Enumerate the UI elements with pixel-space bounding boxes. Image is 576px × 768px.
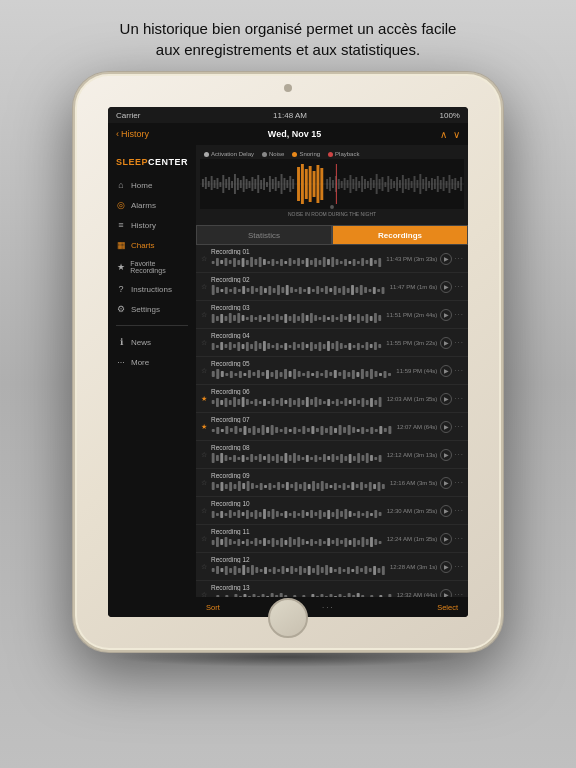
svg-rect-472 (306, 512, 309, 516)
recording-item[interactable]: ☆ Recording 02 11:47 PM (1m 6s) ▶ ··· (196, 273, 468, 301)
sidebar-item-settings[interactable]: ⚙ Settings (108, 299, 196, 319)
play-button[interactable]: ▶ (440, 365, 452, 377)
play-button[interactable]: ▶ (440, 477, 452, 489)
svg-rect-60 (382, 177, 384, 191)
svg-rect-490 (212, 540, 215, 545)
sidebar-item-favorites[interactable]: ★ Favorite Recordings (108, 255, 196, 279)
tab-statistics[interactable]: Statistics (196, 225, 332, 245)
svg-rect-4 (208, 181, 210, 187)
recording-item[interactable]: ☆ Recording 03 11:51 PM (2m 44s) ▶ ··· (196, 301, 468, 329)
recording-item[interactable]: ☆ Recording 09 12:16 AM (3m 5s) ▶ ··· (196, 469, 468, 497)
play-button[interactable]: ▶ (440, 309, 452, 321)
star-toggle[interactable]: ☆ (200, 451, 208, 459)
svg-rect-381 (259, 454, 262, 462)
svg-rect-323 (353, 398, 356, 406)
more-button[interactable]: ··· (454, 310, 464, 319)
gear-icon: ⚙ (116, 304, 126, 314)
nav-up-button[interactable]: ∧ (440, 129, 447, 140)
recording-item[interactable]: ★ Recording 07 12:07 AM (64s) ▶ ··· (196, 413, 468, 441)
svg-rect-474 (314, 512, 317, 516)
more-button[interactable]: ··· (454, 338, 464, 347)
svg-rect-344 (275, 427, 278, 433)
svg-rect-221 (259, 343, 262, 349)
sidebar-item-charts[interactable]: ▦ Charts (108, 235, 196, 255)
star-toggle[interactable]: ★ (200, 395, 208, 403)
more-button[interactable]: ··· (454, 590, 464, 597)
tab-recordings-label: Recordings (378, 231, 422, 240)
more-button[interactable]: ··· (454, 366, 464, 375)
star-toggle[interactable]: ☆ (200, 283, 208, 291)
svg-rect-427 (286, 482, 289, 490)
sidebar-item-more[interactable]: ··· More (108, 352, 196, 372)
recording-item[interactable]: ☆ Recording 11 12:24 AM (1m 35s) ▶ ··· (196, 525, 468, 553)
star-toggle[interactable]: ☆ (200, 479, 208, 487)
sidebar-item-history[interactable]: ≡ History (108, 215, 196, 235)
star-toggle[interactable]: ☆ (200, 507, 208, 515)
svg-rect-24 (266, 182, 268, 187)
recording-item[interactable]: ☆ Recording 08 12:12 AM (3m 13s) ▶ ··· (196, 441, 468, 469)
svg-rect-377 (242, 455, 245, 462)
svg-rect-562 (351, 569, 354, 572)
star-toggle[interactable]: ☆ (200, 563, 208, 571)
recording-item[interactable]: ☆ Recording 01 11:43 PM (3m 33s) ▶ ··· (196, 245, 468, 273)
svg-rect-227 (284, 343, 287, 350)
play-button[interactable]: ▶ (440, 421, 452, 433)
more-button[interactable]: ··· (454, 478, 464, 487)
svg-rect-95 (233, 258, 236, 267)
more-options-button[interactable]: ··· (322, 603, 335, 612)
more-button[interactable]: ··· (454, 534, 464, 543)
more-button[interactable]: ··· (454, 450, 464, 459)
play-button[interactable]: ▶ (440, 533, 452, 545)
play-button[interactable]: ▶ (440, 505, 452, 517)
play-button[interactable]: ▶ (440, 253, 452, 265)
recording-item[interactable]: ☆ Recording 13 12:32 AM (44s) ▶ ··· (196, 581, 468, 597)
play-button[interactable]: ▶ (440, 561, 452, 573)
svg-rect-175 (233, 315, 236, 321)
svg-rect-526 (366, 539, 369, 545)
play-button[interactable]: ▶ (440, 393, 452, 405)
star-toggle[interactable]: ☆ (200, 535, 208, 543)
star-toggle[interactable]: ☆ (200, 339, 208, 347)
star-toggle[interactable]: ☆ (200, 311, 208, 319)
play-button[interactable]: ▶ (440, 337, 452, 349)
recording-item[interactable]: ☆ Recording 05 11:59 PM (44s) ▶ ··· (196, 357, 468, 385)
svg-rect-206 (365, 314, 368, 323)
star-toggle[interactable]: ☆ (200, 367, 208, 375)
svg-rect-184 (272, 316, 275, 320)
sidebar-item-alarms[interactable]: ◎ Alarms (108, 195, 196, 215)
more-icon: ··· (116, 357, 126, 367)
more-button[interactable]: ··· (454, 506, 464, 515)
play-button[interactable]: ▶ (440, 281, 452, 293)
back-button[interactable]: ‹ History (116, 129, 149, 139)
svg-rect-219 (250, 344, 253, 349)
sidebar-item-home[interactable]: ⌂ Home (108, 175, 196, 195)
svg-rect-423 (268, 483, 271, 490)
recording-item[interactable]: ☆ Recording 10 12:30 AM (3m 35s) ▶ ··· (196, 497, 468, 525)
more-button[interactable]: ··· (454, 394, 464, 403)
sort-button[interactable]: Sort (206, 603, 220, 612)
rec-time: 11:55 PM (3m 22s) (386, 340, 437, 346)
recording-item[interactable]: ☆ Recording 12 12:28 AM (3m 1s) ▶ ··· (196, 553, 468, 581)
svg-rect-597 (334, 596, 337, 597)
more-button[interactable]: ··· (454, 282, 464, 291)
recordings-list: ☆ Recording 01 11:43 PM (3m 33s) ▶ ··· ☆… (196, 245, 468, 597)
svg-rect-59 (379, 179, 381, 189)
sidebar-item-instructions[interactable]: ? Instructions (108, 279, 196, 299)
svg-rect-498 (246, 539, 249, 546)
more-button[interactable]: ··· (454, 562, 464, 571)
star-toggle[interactable]: ☆ (200, 255, 208, 263)
more-button[interactable]: ··· (454, 254, 464, 263)
tab-recordings[interactable]: Recordings (332, 225, 468, 245)
more-button[interactable]: ··· (454, 422, 464, 431)
nav-down-button[interactable]: ∨ (453, 129, 460, 140)
sidebar-item-news[interactable]: ℹ News (108, 332, 196, 352)
svg-rect-67 (402, 175, 404, 193)
recording-item[interactable]: ☆ Recording 04 11:55 PM (3m 22s) ▶ ··· (196, 329, 468, 357)
play-button[interactable]: ▶ (440, 449, 452, 461)
svg-rect-496 (237, 539, 240, 546)
star-toggle[interactable]: ★ (200, 423, 208, 431)
select-button[interactable]: Select (437, 603, 458, 612)
svg-rect-187 (284, 314, 287, 323)
recording-item[interactable]: ★ Recording 06 12:03 AM (1m 35s) ▶ ··· (196, 385, 468, 413)
play-button[interactable]: ▶ (440, 589, 452, 598)
